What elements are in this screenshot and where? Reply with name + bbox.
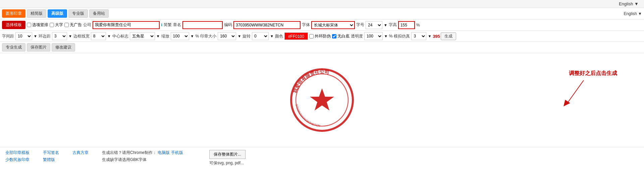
stamp-preview-area: 我爱你有限责任公司 3703950WWW382NETCN — [0, 53, 644, 147]
footer-error-label: 生成出错？请用Chrome制作： — [102, 150, 157, 155]
chk-white-label[interactable]: 无白底 — [332, 33, 350, 39]
stamp-size-dropdown-icon: ▼ — [237, 34, 241, 38]
simulate-dropdown-icon: ▼ — [428, 34, 431, 38]
center-dropdown-icon: ▼ — [156, 34, 160, 38]
font-select[interactable]: 长城大标宋体 宋体 黑体 楷体 — [311, 21, 355, 29]
language-bar: English ▼ — [0, 0, 644, 8]
chk-vertical[interactable] — [27, 23, 31, 27]
simulate-select[interactable]: 0123 — [411, 32, 426, 40]
svg-marker-4 — [310, 88, 334, 110]
toolbar-row-1: 圆形印章 精简版 高级版 专业版 备用站 English ▼ — [0, 8, 644, 19]
border-width-label: 边框线宽 — [73, 33, 90, 39]
generate-count-num: 395 — [433, 34, 440, 39]
chk-noad[interactable] — [64, 23, 69, 27]
chk-large-label[interactable]: 大字 — [50, 22, 63, 28]
border-dropdown-icon: ▼ — [68, 34, 72, 38]
scale-select[interactable]: 8090100110 — [171, 32, 189, 40]
footer-col-3: 古典方章 — [72, 150, 89, 156]
code-input[interactable] — [233, 21, 301, 29]
chk-vertical-label[interactable]: 选项竖排 — [27, 22, 48, 28]
footer-link-desktop[interactable]: 电脑版 — [158, 150, 170, 155]
footer-col-5: 保存整体图片... 可保svg, png, pdf... — [209, 150, 246, 166]
border-width-select[interactable]: 12468 — [91, 32, 106, 40]
generate-count-area: 395 生成 — [433, 32, 456, 40]
language-selector[interactable]: English ▼ — [619, 1, 639, 6]
rotate-label: 旋转 — [243, 33, 251, 39]
scale-dropdown-icon: ▼ — [191, 34, 194, 38]
scale-label: 缩放 — [161, 33, 169, 39]
english-lang-label: English ▼ — [624, 11, 642, 16]
footer-link-traditional[interactable]: 繁體版 — [43, 157, 59, 163]
center-select[interactable]: 五角星无党徽圆点 — [130, 32, 155, 40]
fontsize-label: 字号 — [356, 22, 364, 28]
stamp-size-select[interactable]: 120140160180 — [218, 32, 236, 40]
company-label: 公司 — [83, 22, 91, 28]
chk-white[interactable] — [332, 34, 336, 38]
chk-noad-label[interactable]: 无广告 — [64, 22, 82, 28]
btn-advanced-version[interactable]: 高级版 — [48, 9, 67, 18]
color-swatch[interactable]: #FF0100 — [284, 32, 308, 40]
main-area: 我爱你有限责任公司 3703950WWW382NETCN 调整好之后点击生成 — [0, 53, 644, 147]
btn-backup-site[interactable]: 备用站 — [89, 9, 109, 18]
stamp-svg: 我爱你有限责任公司 3703950WWW382NETCN — [288, 67, 356, 134]
footer-save-format: 可保svg, png, pdf... — [209, 160, 246, 166]
toolbar-row-2: 选择模板 选项竖排 大字 无广告 公司 ℹ 简繁 章名 编码 字体 长城大标宋体… — [0, 19, 644, 31]
spacing-dropdown-icon: ▼ — [34, 34, 37, 38]
footer-chrome-hint: 生成出错？请用Chrome制作： 电脑版 手机版 — [102, 150, 196, 156]
footer-col-1: 全部印章模板 少数民族印章 — [5, 150, 30, 163]
rotate-select[interactable]: 0153045 — [252, 32, 269, 40]
toolbar-row-4: 专业生成 保存图片 修改建议 — [0, 42, 644, 53]
footer-link-all-templates[interactable]: 全部印章模板 — [5, 150, 30, 156]
fontheight-label: 字高 — [389, 22, 397, 28]
annotation-text: 调整好之后点击生成 — [569, 70, 617, 77]
jianfan-label: 简繁 — [164, 22, 172, 28]
company-input[interactable] — [93, 21, 160, 29]
btn-generate[interactable]: 生成 — [441, 32, 456, 40]
annotation-arrow — [557, 77, 597, 110]
footer-gbk-hint: 生成缺字请选用GBK字体 — [102, 157, 196, 163]
rotate-dropdown-icon: ▼ — [270, 34, 274, 38]
footer-link-classic[interactable]: 古典方章 — [72, 150, 89, 156]
btn-save-whole[interactable]: 保存整体图片... — [209, 150, 246, 159]
chapter-input[interactable] — [182, 21, 223, 29]
spacing-select[interactable]: 051015 — [15, 32, 32, 40]
opacity-label: 透明度 — [351, 33, 363, 39]
footer-link-mobile[interactable]: 手机版 — [171, 150, 183, 155]
fontsize-select[interactable]: 1820222426 — [366, 21, 382, 29]
fontsize-dropdown-icon: ▼ — [384, 23, 387, 27]
footer-col-2: 手写签名 繁體版 — [43, 150, 59, 163]
footer-col-4: 生成出错？请用Chrome制作： 电脑版 手机版 生成缺字请选用GBK字体 — [102, 150, 196, 163]
spacing-label: 字间距 — [2, 33, 14, 39]
simulate-label: 模拟仿真 — [394, 33, 410, 39]
stamp-size-label: 印章大小 — [200, 33, 216, 39]
fontheight-input[interactable] — [398, 21, 415, 29]
opacity-unit: % — [389, 34, 393, 38]
opacity-select[interactable]: 20406080100 — [364, 32, 383, 40]
scale-unit: % — [195, 34, 199, 38]
border-label: 环边距 — [39, 33, 51, 39]
opacity-dropdown-icon: ▼ — [384, 34, 388, 38]
btn-feedback[interactable]: 修改建议 — [52, 43, 75, 52]
btn-simple-version[interactable]: 精简版 — [27, 9, 46, 18]
footer-link-handwriting[interactable]: 手写签名 — [43, 150, 59, 156]
svg-text:我爱你有限责任公司: 我爱你有限责任公司 — [292, 69, 330, 94]
btn-pro-version[interactable]: 专业版 — [68, 9, 88, 18]
btn-select-template[interactable]: 选择模板 — [2, 21, 25, 29]
code-label: 编码 — [224, 22, 232, 28]
annotation-area: 调整好之后点击生成 — [557, 70, 617, 110]
fontheight-unit: % — [416, 23, 420, 27]
toolbar-row-3: 字间距 051015 ▼ 环边距 0123 ▼ 边框线宽 12468 ▼ 中心标… — [0, 31, 644, 42]
btn-save-img[interactable]: 保存图片 — [27, 43, 50, 52]
chk-outer-label[interactable]: 外环防伪 — [309, 33, 331, 39]
chk-outer[interactable] — [309, 34, 314, 38]
btn-pro-generate[interactable]: 专业生成 — [2, 43, 25, 52]
border-select[interactable]: 0123 — [52, 32, 67, 40]
font-label: 字体 — [302, 22, 310, 28]
footer-link-minority[interactable]: 少数民族印章 — [5, 157, 30, 163]
btn-shape-stamp[interactable]: 圆形印章 — [2, 9, 25, 18]
stamp-container: 我爱你有限责任公司 3703950WWW382NETCN — [288, 67, 356, 134]
chk-large[interactable] — [50, 23, 54, 27]
help-icon[interactable]: ℹ — [161, 23, 162, 27]
svg-line-5 — [567, 80, 584, 104]
center-label: 中心标志 — [112, 33, 128, 39]
